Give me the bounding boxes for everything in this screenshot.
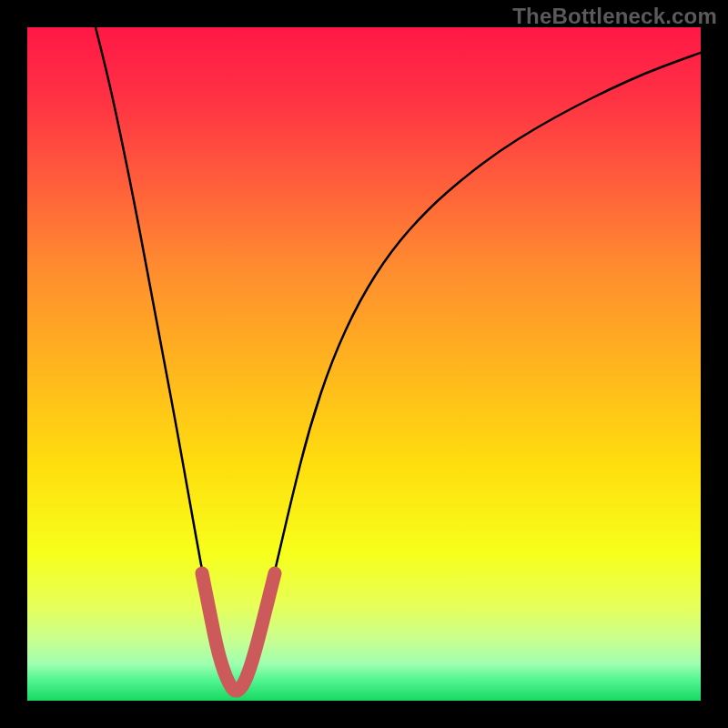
plot-frame	[27, 27, 701, 701]
series-bottom-highlight	[202, 573, 275, 691]
chart-curves	[27, 27, 701, 701]
watermark-text: TheBottleneck.com	[512, 4, 717, 29]
series-curve	[96, 27, 701, 691]
